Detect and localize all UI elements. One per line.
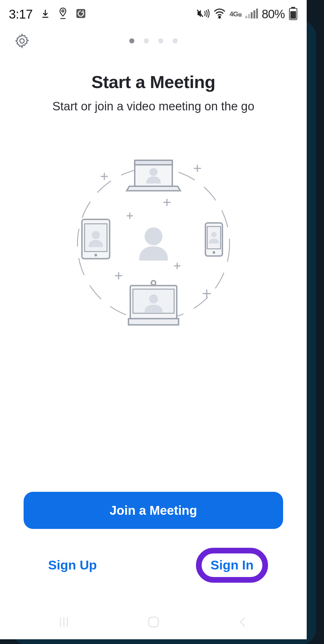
back-icon (237, 615, 249, 629)
page-indicator (0, 38, 307, 43)
svg-rect-16 (135, 160, 172, 165)
laptop-icon (126, 160, 180, 191)
person-icon (139, 227, 168, 260)
sign-in-button[interactable]: Sign In (210, 557, 254, 574)
svg-point-20 (94, 254, 97, 257)
page-dot-4 (173, 38, 178, 43)
svg-rect-7 (254, 10, 255, 19)
system-nav-bar (0, 605, 307, 639)
svg-point-0 (62, 10, 64, 12)
svg-rect-6 (251, 12, 253, 19)
sign-in-highlight: Sign In (196, 548, 268, 583)
cell-signal-icon (245, 8, 258, 20)
svg-point-26 (151, 280, 155, 285)
status-time: 3:17 (9, 7, 33, 21)
network-label: 4G (230, 10, 238, 18)
phone-icon (205, 223, 222, 256)
svg-point-24 (212, 251, 215, 254)
settings-button[interactable] (13, 31, 31, 50)
illustration (0, 113, 307, 492)
page-subtitle: Start or join a video meeting on the go (13, 100, 294, 113)
svg-rect-33 (148, 617, 158, 627)
svg-rect-8 (256, 8, 258, 18)
mute-vibrate-icon (196, 8, 209, 20)
svg-rect-5 (248, 14, 250, 18)
home-button[interactable] (128, 613, 179, 631)
gear-icon (14, 33, 30, 49)
meeting-devices-illustration (59, 148, 248, 349)
sync-badge-icon (75, 8, 86, 20)
page-title: Start a Meeting (13, 72, 294, 92)
home-icon (146, 615, 161, 629)
svg-point-25 (211, 232, 216, 237)
action-area: Join a Meeting Sign Up Sign In (0, 492, 307, 605)
location-pin-icon (58, 7, 68, 21)
join-meeting-button[interactable]: Join a Meeting (24, 492, 283, 529)
svg-rect-11 (290, 11, 296, 19)
svg-point-21 (92, 231, 100, 239)
page-dot-2 (144, 38, 149, 43)
app-header (0, 25, 307, 57)
svg-rect-4 (245, 16, 247, 19)
battery-percent: 80% (262, 8, 285, 21)
wifi-icon (213, 8, 226, 20)
back-button[interactable] (218, 613, 268, 631)
svg-point-14 (144, 227, 162, 245)
hero-section: Start a Meeting Start or join a video me… (0, 57, 307, 113)
recent-apps-button[interactable] (39, 613, 89, 631)
battery-icon (288, 7, 298, 21)
tablet-icon (82, 219, 109, 259)
status-bar: 3:17 4G⊞ 80% (0, 3, 307, 25)
sign-up-button[interactable]: Sign Up (39, 552, 106, 579)
desktop-icon (128, 280, 178, 325)
svg-point-29 (149, 294, 158, 303)
phone-screen: 3:17 4G⊞ 80% (0, 0, 307, 639)
network-4g-icon: 4G⊞ (230, 10, 242, 18)
svg-point-3 (219, 16, 220, 18)
svg-rect-23 (207, 226, 221, 249)
download-icon (40, 8, 50, 20)
svg-point-12 (20, 39, 24, 43)
page-dot-1 (129, 38, 134, 43)
svg-point-17 (149, 168, 158, 176)
page-dot-3 (158, 38, 163, 43)
recent-apps-icon (57, 615, 71, 629)
